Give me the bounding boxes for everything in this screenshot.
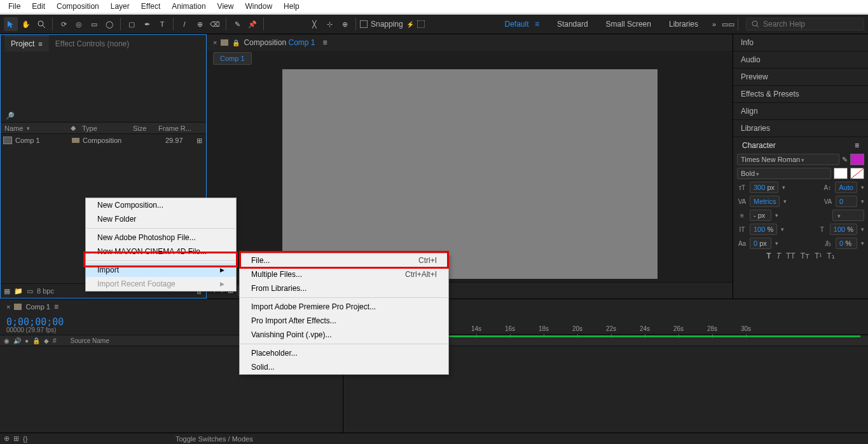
menu-window[interactable]: Window: [239, 0, 278, 13]
ctx-item-file[interactable]: File...Ctrl+I: [240, 253, 448, 267]
type-tool[interactable]: T: [155, 17, 169, 31]
selection-tool[interactable]: [4, 17, 18, 31]
libraries-panel[interactable]: Libraries: [733, 120, 868, 137]
menu-composition[interactable]: Composition: [51, 0, 105, 13]
menu-layer[interactable]: Layer: [105, 0, 135, 13]
effect-controls-tab[interactable]: Effect Controls (none): [49, 36, 136, 51]
col-size[interactable]: Size: [133, 124, 158, 132]
workspace-libraries[interactable]: Libraries: [660, 17, 707, 31]
hscale-input[interactable]: 100 %: [830, 224, 857, 235]
lock-toggle-icon[interactable]: 🔒: [32, 337, 40, 344]
project-row[interactable]: Comp 1 Composition 29.97 ⊞: [1, 134, 206, 147]
eyedropper-icon[interactable]: ✎: [842, 156, 848, 164]
rectangle-tool[interactable]: ▭: [87, 17, 101, 31]
col-framerate[interactable]: Frame R...: [158, 124, 191, 132]
close-timeline-tab-icon[interactable]: ×: [6, 303, 10, 311]
workspace-standard[interactable]: Standard: [548, 17, 597, 31]
ctx-item-placeholder[interactable]: Placeholder...: [240, 346, 448, 360]
ellipse-tool[interactable]: ◯: [102, 17, 116, 31]
search-help[interactable]: [746, 18, 864, 30]
footer-icon-3[interactable]: {}: [23, 435, 27, 443]
view-axis-icon[interactable]: ⊕: [338, 17, 352, 31]
ctx-item-import[interactable]: Import▶: [86, 263, 236, 277]
color-depth-text[interactable]: 8 bpc: [37, 287, 54, 295]
source-name-col[interactable]: Source Name: [71, 337, 109, 344]
font-style-select[interactable]: Bold▾: [737, 168, 831, 179]
lock-icon[interactable]: 🔒: [232, 39, 240, 46]
tsume-input[interactable]: 0 %: [836, 238, 857, 249]
stroke-style-select[interactable]: ▾: [832, 210, 864, 221]
puppet-pin-tool[interactable]: 📌: [245, 17, 259, 31]
stroke-color-chip[interactable]: [834, 168, 848, 179]
smallcaps-icon[interactable]: Tᴛ: [801, 252, 809, 260]
snapping-flyout-icon[interactable]: ⚡: [406, 21, 414, 28]
new-comp-icon[interactable]: ▭: [27, 287, 33, 295]
menu-view[interactable]: View: [212, 0, 240, 13]
local-axis-icon[interactable]: ╳: [307, 17, 321, 31]
ctx-item-vanishing-point-vpe[interactable]: Vanishing Point (.vpe)...: [240, 328, 448, 342]
ctx-item-multiple-files[interactable]: Multiple Files...Ctrl+Alt+I: [240, 267, 448, 281]
menu-effect[interactable]: Effect: [135, 0, 166, 13]
ctx-item-new-composition[interactable]: New Composition...: [86, 198, 236, 212]
ctx-item-from-libraries[interactable]: From Libraries...: [240, 281, 448, 295]
kerning-input[interactable]: Metrics: [750, 196, 780, 207]
baseline-shift-input[interactable]: 0 px: [750, 238, 771, 249]
footer-icon-1[interactable]: ⊕: [4, 434, 10, 443]
roto-brush-tool[interactable]: ✎: [230, 17, 244, 31]
font-size-input[interactable]: 300 px: [750, 182, 778, 193]
tracking-input[interactable]: 0: [836, 196, 857, 207]
close-tab-icon[interactable]: ×: [213, 39, 217, 46]
world-axis-icon[interactable]: ⊹: [322, 17, 336, 31]
bold-icon[interactable]: T: [766, 252, 771, 260]
ctx-item-new-adobe-photoshop-file[interactable]: New Adobe Photoshop File...: [86, 231, 236, 245]
ctx-item-pro-import-after-effects[interactable]: Pro Import After Effects...: [240, 314, 448, 328]
col-type[interactable]: Type: [82, 124, 133, 132]
menu-edit[interactable]: Edit: [26, 0, 51, 13]
timeline-tab-label[interactable]: Comp 1: [25, 303, 50, 311]
reset-workspace-icon[interactable]: ▭▭: [721, 17, 735, 31]
label-toggle-icon[interactable]: ◆: [44, 337, 49, 344]
ctx-item-new-folder[interactable]: New Folder: [86, 212, 236, 226]
vscale-input[interactable]: 100 %: [750, 224, 777, 235]
audio-panel[interactable]: Audio: [733, 51, 868, 69]
superscript-icon[interactable]: T¹: [815, 252, 822, 260]
av-toggle-icon[interactable]: ◉: [4, 337, 10, 344]
fill-color-chip[interactable]: [850, 154, 864, 165]
ctx-item-import-adobe-premiere-pro-project[interactable]: Import Adobe Premiere Pro Project...: [240, 300, 448, 314]
hand-tool[interactable]: ✋: [19, 17, 33, 31]
stroke-width-input[interactable]: - px: [750, 210, 771, 221]
workspace-overflow-icon[interactable]: »: [707, 17, 721, 31]
eraser-tool[interactable]: ⌫: [208, 17, 222, 31]
clone-stamp-tool[interactable]: ⊕: [193, 17, 207, 31]
subscript-icon[interactable]: T₁: [827, 252, 834, 260]
ctx-item-solid[interactable]: Solid...: [240, 360, 448, 374]
footer-icon-2[interactable]: ⊞: [13, 434, 19, 443]
workspace-small-screen[interactable]: Small Screen: [597, 17, 660, 31]
flowchart-icon[interactable]: ⊞: [196, 137, 202, 145]
menu-help[interactable]: Help: [278, 0, 305, 13]
snap-grid-icon[interactable]: [417, 20, 425, 28]
info-panel[interactable]: Info: [733, 34, 868, 51]
menu-file[interactable]: File: [3, 0, 26, 13]
search-help-input[interactable]: [763, 20, 858, 29]
audio-toggle-icon[interactable]: 🔊: [13, 337, 21, 344]
shape-tool[interactable]: ▢: [125, 17, 139, 31]
pan-behind-tool[interactable]: ◎: [72, 17, 86, 31]
orbit-camera-tool[interactable]: ⟳: [57, 17, 71, 31]
font-family-select[interactable]: Times New Roman▾: [737, 154, 839, 165]
comp-breadcrumb[interactable]: Comp 1: [213, 52, 252, 65]
preview-panel[interactable]: Preview: [733, 69, 868, 86]
zoom-tool[interactable]: [34, 17, 48, 31]
panel-menu-icon[interactable]: ≡: [855, 141, 859, 150]
leading-input[interactable]: Auto: [835, 182, 857, 193]
ctx-item-new-maxon-cinema-4d-file[interactable]: New MAXON CINEMA 4D File...: [86, 245, 236, 259]
effects-presets-panel[interactable]: Effects & Presets: [733, 86, 868, 103]
align-panel[interactable]: Align: [733, 103, 868, 120]
pen-tool[interactable]: ✒: [140, 17, 154, 31]
allcaps-icon[interactable]: TT: [786, 252, 796, 260]
menu-animation[interactable]: Animation: [166, 0, 211, 13]
workspace-default[interactable]: Default ≡: [496, 17, 548, 31]
brush-tool[interactable]: /: [177, 17, 191, 31]
project-tab[interactable]: Project: [4, 36, 49, 51]
italic-icon[interactable]: T: [776, 252, 781, 260]
